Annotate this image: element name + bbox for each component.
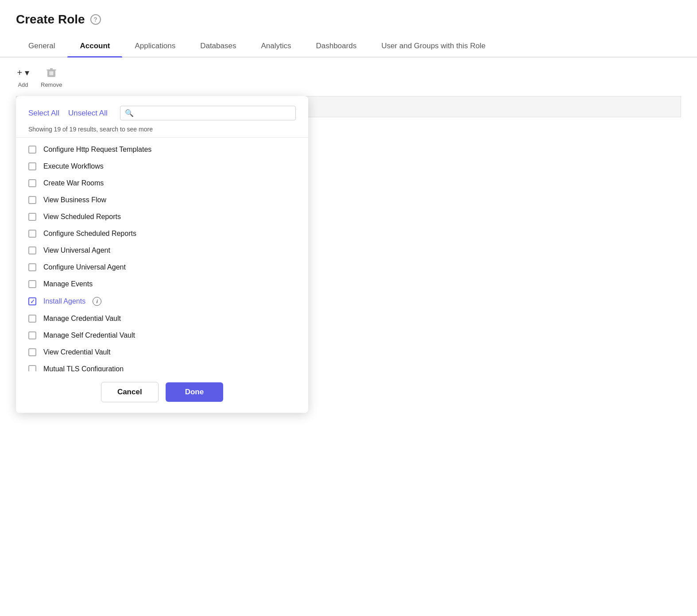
permission-label: Execute Workflows [43,162,104,170]
checkbox-create-war-rooms[interactable] [28,179,36,187]
svg-rect-4 [51,71,52,75]
dropdown-header: Select All Unselect All 🔍 [16,96,308,126]
checkbox-view-business-flow[interactable] [28,196,36,204]
svg-rect-2 [46,69,56,70]
checkbox-manage-self-credential-vault[interactable] [28,331,36,339]
permission-label: View Credential Vault [43,348,111,356]
page-header: Create Role ? [0,0,697,27]
add-button[interactable]: + ▾ Add [16,65,30,88]
checkbox-configure-http[interactable] [28,146,36,154]
list-item[interactable]: Create War Rooms [28,175,296,192]
permission-label: Configure Scheduled Reports [43,230,136,238]
cancel-button[interactable]: Cancel [101,382,159,402]
checkbox-mutual-tls[interactable] [28,365,36,371]
checkbox-view-credential-vault[interactable] [28,348,36,356]
permission-label: Mutual TLS Configuration [43,365,124,371]
list-item[interactable]: Execute Workflows [28,158,296,175]
dropdown-footer: Cancel Done [16,371,308,413]
permission-label: Configure Http Request Templates [43,146,151,154]
checkbox-configure-universal-agent[interactable] [28,263,36,271]
page-title: Create Role [16,12,85,27]
unselect-all-button[interactable]: Unselect All [68,109,108,118]
list-item[interactable]: Configure Scheduled Reports [28,225,296,242]
list-item[interactable]: View Universal Agent [28,242,296,259]
permission-label: Manage Self Credential Vault [43,331,135,339]
divider [16,137,308,138]
trash-icon [44,65,58,80]
tab-users-groups[interactable]: User and Groups with this Role [369,35,498,57]
tab-account[interactable]: Account [67,35,122,57]
search-icon: 🔍 [125,109,134,117]
list-item[interactable]: ✓ Install Agents i [28,293,296,310]
done-button[interactable]: Done [166,382,224,402]
permission-label: Configure Universal Agent [43,263,126,271]
checkbox-execute-workflows[interactable] [28,162,36,170]
checkbox-install-agents[interactable]: ✓ [28,297,36,305]
svg-rect-5 [52,71,53,75]
toolbar: + ▾ Add Remove [0,58,697,96]
list-item[interactable]: View Business Flow [28,192,296,208]
list-item[interactable]: View Credential Vault [28,344,296,361]
svg-rect-3 [50,71,50,75]
list-item[interactable]: Mutual TLS Configuration [28,361,296,371]
checkbox-manage-credential-vault[interactable] [28,315,36,323]
list-item[interactable]: Configure Universal Agent [28,259,296,276]
tab-analytics[interactable]: Analytics [248,35,303,57]
list-item[interactable]: Manage Credential Vault [28,310,296,327]
list-item[interactable]: Manage Events [28,276,296,293]
search-box: 🔍 [120,106,296,120]
remove-label: Remove [41,81,62,88]
permission-label: View Universal Agent [43,246,110,254]
checkbox-view-scheduled-reports[interactable] [28,213,36,221]
tab-databases[interactable]: Databases [188,35,248,57]
tab-general[interactable]: General [16,35,67,57]
add-label: Add [18,81,28,88]
checkbox-configure-scheduled-reports[interactable] [28,230,36,238]
help-icon[interactable]: ? [90,14,101,25]
tab-applications[interactable]: Applications [122,35,188,57]
content-area: P Select All Unselect All 🔍 Showing 19 o… [0,96,697,117]
permission-label: View Business Flow [43,196,106,204]
info-icon[interactable]: i [93,297,101,306]
permissions-dropdown: Select All Unselect All 🔍 Showing 19 of … [16,96,308,413]
select-all-button[interactable]: Select All [28,109,59,118]
permission-label: Manage Credential Vault [43,315,121,323]
results-info: Showing 19 of 19 results, search to see … [16,126,308,137]
list-item[interactable]: View Scheduled Reports [28,208,296,225]
permission-label: View Scheduled Reports [43,213,121,221]
checkbox-manage-events[interactable] [28,280,36,288]
list-item[interactable]: Configure Http Request Templates [28,141,296,158]
tab-dashboards[interactable]: Dashboards [303,35,369,57]
permission-label: Install Agents [43,297,85,305]
permission-label: Manage Events [43,280,93,288]
add-icon: + ▾ [16,65,30,80]
remove-button[interactable]: Remove [41,65,62,88]
tab-bar: General Account Applications Databases A… [0,35,697,58]
search-input[interactable] [137,109,291,117]
permission-list: Configure Http Request Templates Execute… [16,141,308,371]
permission-label: Create War Rooms [43,179,104,187]
checkbox-view-universal-agent[interactable] [28,246,36,254]
checkmark-icon: ✓ [30,298,35,305]
list-item[interactable]: Manage Self Credential Vault [28,327,296,344]
